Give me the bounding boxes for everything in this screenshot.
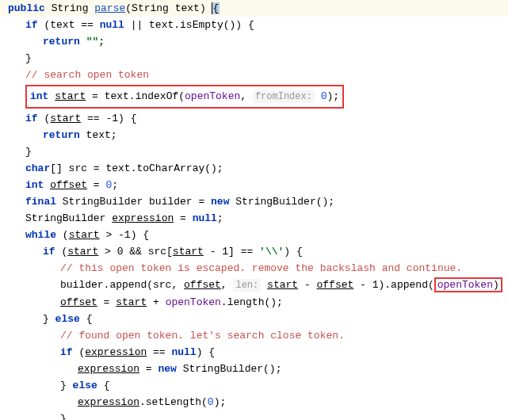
keyword-int: int xyxy=(25,179,44,191)
variable-expression: expression xyxy=(78,363,139,375)
variable-start: start xyxy=(173,246,204,258)
code-line[interactable]: expression = new StringBuilder(); xyxy=(0,361,508,377)
keyword-null: null xyxy=(193,212,217,224)
code-line[interactable]: return text; xyxy=(0,127,508,143)
keyword-new: new xyxy=(211,196,229,208)
comment-line[interactable]: // found open token. let's search close … xyxy=(0,327,508,344)
code-line[interactable]: } xyxy=(0,50,508,67)
method-signature-line[interactable]: public String parse(String text) { xyxy=(0,0,508,17)
red-highlight-box: int start = text.indexOf(openToken, from… xyxy=(25,85,344,109)
string-literal: "" xyxy=(86,36,99,48)
keyword-while: while xyxy=(25,229,56,241)
comment-text: // this open token is escaped. remove th… xyxy=(60,262,462,274)
variable-offset: offset xyxy=(60,296,97,308)
code-line[interactable]: return ""; xyxy=(0,33,508,50)
keyword-if: if xyxy=(60,346,73,358)
variable-expression: expression xyxy=(78,396,139,408)
code-line[interactable]: while (start > -1) { xyxy=(0,227,508,243)
keyword-int: int xyxy=(30,90,48,102)
keyword-else: else xyxy=(55,313,80,325)
variable-start: start xyxy=(69,229,100,241)
keyword-else: else xyxy=(73,380,97,391)
comment-text: // found open token. let's search close … xyxy=(60,330,345,342)
keyword-final: final xyxy=(25,196,56,208)
code-line[interactable]: } xyxy=(0,143,508,160)
param-type: String xyxy=(132,2,169,14)
code-line[interactable]: if (expression == null) { xyxy=(0,344,508,361)
code-line[interactable]: } else { xyxy=(0,377,508,394)
variable-offset: offset xyxy=(184,279,221,291)
keyword-char: char xyxy=(25,162,50,174)
highlighted-statement-2[interactable]: builder.append(src, offset, len: start -… xyxy=(0,277,508,294)
field-openToken: openToken xyxy=(185,90,240,102)
parameter-hint: fromIndex: xyxy=(253,90,315,103)
code-editor[interactable]: public String parse(String text) { if (t… xyxy=(0,0,508,420)
keyword-null: null xyxy=(100,19,124,31)
variable-expression: expression xyxy=(112,212,174,224)
variable-start: start xyxy=(50,113,81,124)
number-literal: 0 xyxy=(208,396,214,408)
keyword-new: new xyxy=(158,363,176,375)
number-literal: 0 xyxy=(321,90,327,102)
keyword-public: public xyxy=(8,2,45,14)
method-name[interactable]: parse xyxy=(94,2,125,14)
cursor-position[interactable]: { xyxy=(212,2,220,14)
keyword-if: if xyxy=(25,19,38,31)
code-line[interactable]: final StringBuilder builder = new String… xyxy=(0,193,508,210)
char-literal: '\\' xyxy=(259,246,284,258)
code-line[interactable]: if (start == -1) { xyxy=(0,110,508,127)
field-openToken: openToken xyxy=(437,279,493,291)
param-name: text xyxy=(175,2,200,14)
code-line[interactable]: } xyxy=(0,410,508,420)
code-line[interactable]: } else { xyxy=(0,311,508,327)
comment-text: // search open token xyxy=(25,69,149,81)
code-line[interactable]: offset = start + openToken.length(); xyxy=(0,294,508,311)
code-line[interactable]: if (text == null || text.isEmpty()) { xyxy=(0,17,508,33)
red-highlight-box: openToken) xyxy=(434,277,502,292)
code-line[interactable]: int offset = 0; xyxy=(0,177,508,193)
keyword-return: return xyxy=(43,36,80,48)
variable-expression: expression xyxy=(85,346,147,358)
code-line[interactable]: if (start > 0 && src[start - 1] == '\\')… xyxy=(0,243,508,260)
keyword-null: null xyxy=(171,346,196,358)
variable-start: start xyxy=(67,246,98,258)
keyword-return: return xyxy=(43,129,80,141)
code-line[interactable]: expression.setLength(0); xyxy=(0,394,508,410)
keyword-if: if xyxy=(25,113,38,124)
variable-start: start xyxy=(55,90,86,102)
parameter-hint: len: xyxy=(233,279,261,292)
variable-start: start xyxy=(267,279,298,291)
variable-offset: offset xyxy=(317,279,354,291)
keyword-if: if xyxy=(43,246,55,258)
comment-line[interactable]: // search open token xyxy=(0,67,508,83)
comment-line[interactable]: // this open token is escaped. remove th… xyxy=(0,260,508,277)
highlighted-statement-1[interactable]: int start = text.indexOf(openToken, from… xyxy=(0,83,508,110)
return-type: String xyxy=(52,2,89,14)
code-line[interactable]: char[] src = text.toCharArray(); xyxy=(0,160,508,177)
variable-start: start xyxy=(116,296,147,308)
field-openToken: openToken xyxy=(166,296,221,308)
code-line[interactable]: StringBuilder expression = null; xyxy=(0,210,508,227)
variable-offset: offset xyxy=(50,179,87,191)
